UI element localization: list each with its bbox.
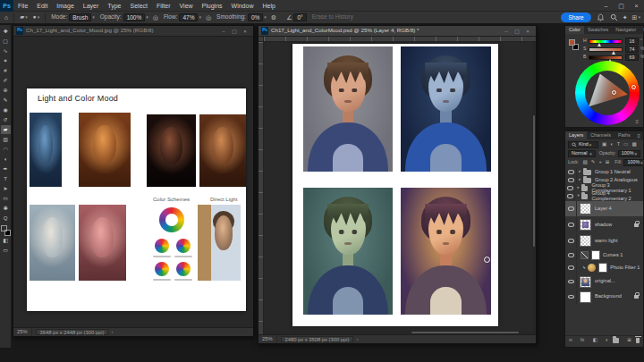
doc-minimize-button[interactable]: – [501,29,512,34]
layer-fill-input[interactable]: 100%▾ [623,159,644,166]
brush-tip-picker[interactable]: ● ▾ [33,14,39,21]
tab-color[interactable]: Color [565,26,584,34]
menu-image[interactable]: Image [52,3,78,9]
chevron-right-icon[interactable]: ▸ [577,170,583,174]
zoom-level-field[interactable]: 25% [258,335,277,343]
foreground-color-swatch[interactable] [569,39,575,46]
tab-swatches[interactable]: Swatches [584,26,612,34]
mode-select[interactable]: Brush [69,13,91,21]
visibility-toggle[interactable] [565,168,577,176]
visibility-toggle[interactable] [565,192,575,200]
brightness-value-input[interactable]: 69 [625,54,639,61]
doc-close-button[interactable]: × [522,29,533,34]
doc-left-canvas[interactable]: Light and Color Mood Color Schemes Direc… [13,37,253,327]
layer-thumbnail[interactable] [580,219,591,231]
visibility-toggle[interactable] [565,217,577,232]
color-sliders-icon[interactable]: ≡ [632,119,641,124]
share-button[interactable]: Share [561,13,590,22]
marquee-tool-icon[interactable]: ▢ [1,37,11,46]
menu-select[interactable]: Select [126,3,152,9]
doc-maximize-button[interactable]: ▢ [229,29,240,34]
saturation-slider[interactable] [589,47,623,52]
workspace-switcher-icon[interactable]: ⊞ [632,14,638,21]
clone-stamp-tool-icon[interactable]: ◉ [1,105,11,114]
eraser-tool-icon[interactable]: ▰ [1,125,11,134]
panel-menu-icon[interactable]: ≡ [634,131,643,139]
doc-left-titlebar[interactable]: Ps Ch_17_Light_and_Color_Mood.jpg @ 25% … [13,26,253,37]
layer-row-curves[interactable]: Curves 1 [565,249,643,261]
doc-close-button[interactable]: × [240,29,250,34]
filter-shape-layers-icon[interactable]: ▭ [623,142,628,147]
visibility-toggle[interactable] [565,176,577,184]
brightness-slider[interactable] [589,55,623,60]
visibility-toggle[interactable] [565,262,577,274]
tab-brushes[interactable]: Brushes [640,26,644,34]
saturation-value-input[interactable]: 74 [625,46,639,53]
new-adjustment-layer-icon[interactable]: ◐ [606,338,608,343]
quick-mask-icon[interactable]: ◧ [1,236,11,245]
smoothing-gear-icon[interactable]: ⚙ [271,14,276,21]
layer-row-warm-light[interactable]: warm light [565,233,643,248]
chevron-right-icon[interactable]: ▸ [577,178,583,182]
lock-position-icon[interactable]: + [598,160,601,165]
brush-angle-input[interactable]: 0° [293,13,306,21]
hue-value-input[interactable]: 16 [625,38,639,45]
layer-row-group1[interactable]: ▸ Group 1 Neutral [565,168,643,176]
type-tool-icon[interactable]: T [1,174,11,183]
crop-tool-icon[interactable]: # [1,66,11,75]
layer-thumbnail[interactable] [580,276,591,288]
smoothing-input[interactable]: 0% [248,13,263,21]
tab-navigator[interactable]: Navigator [612,26,640,34]
move-tool-icon[interactable]: ✚ [1,27,11,36]
layer-row-shadow[interactable]: shadow [565,217,643,232]
visibility-toggle[interactable] [565,201,577,216]
document-size-info[interactable]: 3648 px x 2448 px (300 ppi) [36,329,109,335]
hue-ring-marker[interactable] [631,85,636,89]
lock-transparent-icon[interactable]: ▨ [582,160,587,165]
filter-smart-objects-icon[interactable]: ▩ [631,142,636,147]
healing-brush-tool-icon[interactable]: ⊕ [1,86,11,95]
lock-all-icon[interactable]: ⊞ [606,160,610,165]
link-layers-icon[interactable]: ∞ [569,338,572,343]
search-icon[interactable] [610,13,618,21]
lasso-tool-icon[interactable]: ∿ [1,46,11,55]
layer-style-fx-icon[interactable]: fx [580,338,584,343]
status-arrow-icon[interactable]: › [111,330,113,335]
flow-input[interactable]: 47% [179,13,198,21]
shape-tool-icon[interactable]: ▭ [1,194,11,203]
doc-minimize-button[interactable]: – [218,29,229,34]
delete-layer-icon[interactable] [636,338,640,343]
menu-plugins[interactable]: Plugins [198,3,227,9]
visibility-toggle[interactable] [565,233,577,248]
filter-adjustment-layers-icon[interactable]: ◐ [610,142,613,147]
menu-layer[interactable]: Layer [79,3,104,9]
menu-view[interactable]: View [175,3,198,9]
chevron-down-icon[interactable]: ▾ [575,194,580,198]
doc-maximize-button[interactable]: ▢ [512,29,522,34]
menu-type[interactable]: Type [103,3,125,9]
visibility-toggle[interactable] [565,290,577,304]
color-marker[interactable] [612,90,616,95]
layer-thumbnail[interactable] [580,203,591,215]
pen-tool-icon[interactable]: ✒ [1,164,11,173]
app-close-button[interactable]: × [629,0,644,12]
menu-window[interactable]: Window [227,3,258,9]
discover-sparkle-icon[interactable]: ✦ [623,14,628,21]
filter-pixel-layers-icon[interactable]: ▣ [602,142,606,147]
lock-pixels-icon[interactable]: ✎ [591,160,596,165]
filter-type-layers-icon[interactable]: T [617,142,620,147]
gradient-tool-icon[interactable]: ▥ [1,135,11,144]
foreground-color-swatch[interactable] [1,225,7,232]
menu-edit[interactable]: Edit [32,3,52,9]
vertical-scrollbar[interactable] [532,42,536,334]
new-group-icon[interactable] [613,338,619,343]
layer-mask-thumbnail[interactable] [598,263,607,273]
layer-row-background[interactable]: Background [565,290,643,304]
brush-tool-icon[interactable]: ✎ [1,96,11,105]
screen-mode-icon[interactable]: ▭ [1,246,11,255]
blend-mode-select[interactable]: Normal ▾ [568,150,596,157]
tab-channels[interactable]: Channels [587,131,614,139]
layer-row-photo-filter[interactable]: ↳ Photo Filter 1 [565,262,643,274]
doc-right-titlebar[interactable]: Ps Ch17_Light_and_ColorMood.psd @ 25% (L… [258,26,536,37]
blur-tool-icon[interactable]: ◠ [1,145,11,154]
